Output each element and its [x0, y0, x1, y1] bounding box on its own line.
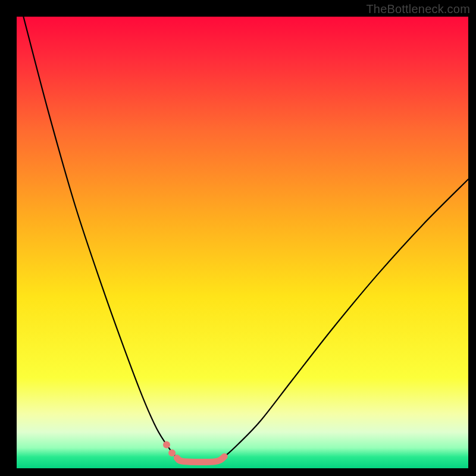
valley-dot [163, 441, 170, 449]
watermark-text: TheBottleneck.com [366, 2, 470, 16]
plot-background [17, 17, 468, 468]
valley-dot [168, 449, 176, 456]
chart-stage: TheBottleneck.com [0, 0, 476, 476]
chart-svg [0, 0, 476, 476]
